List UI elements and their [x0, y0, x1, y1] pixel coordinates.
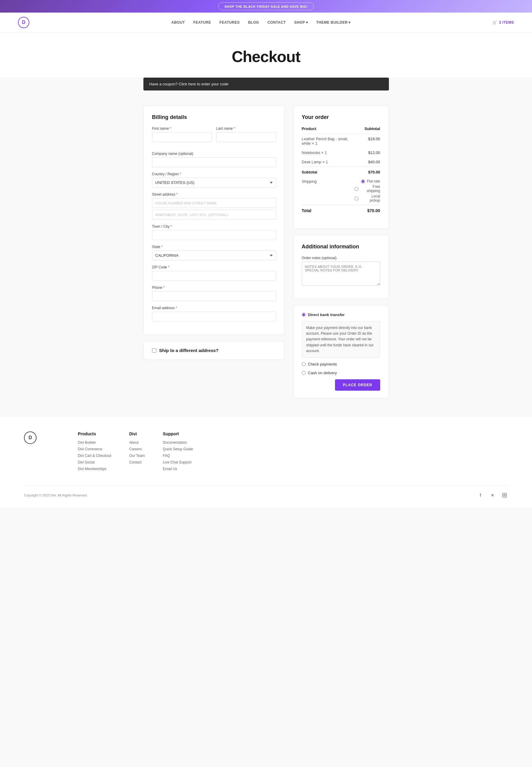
svg-point-2: [505, 494, 506, 494]
left-column: Billing details First name * Last name *: [143, 105, 285, 360]
billing-card: Billing details First name * Last name *: [143, 105, 285, 335]
ship-to-card: Ship to a different address?: [143, 341, 285, 360]
payment-check[interactable]: Check payments: [302, 362, 380, 366]
cart-button[interactable]: 🛒 3 ITEMS: [492, 20, 514, 25]
footer-link-livechat[interactable]: Live Chat Support: [163, 460, 193, 464]
cart-label: 3 ITEMS: [499, 20, 514, 25]
payment-cash-radio[interactable]: [302, 371, 306, 375]
footer-link-divi-commerce[interactable]: Divi Commerce: [78, 447, 111, 451]
first-name-input[interactable]: [152, 132, 212, 142]
footer-link-divi-memberships[interactable]: Divi Memberships: [78, 467, 111, 471]
footer-bottom: Copyright © 2023 Divi. All Rights Reserv…: [24, 485, 508, 499]
svg-rect-0: [502, 493, 506, 497]
footer-link-divi-social[interactable]: Divi Social: [78, 460, 111, 464]
footer-link-setup[interactable]: Quick Setup Guide: [163, 447, 193, 451]
payment-bank-transfer[interactable]: Direct bank transfer: [302, 313, 380, 317]
nav-shop[interactable]: SHOP ▾: [294, 20, 308, 25]
street-input[interactable]: [152, 198, 276, 208]
street-group: Street address *: [152, 193, 276, 220]
footer-link-our-team[interactable]: Our Team: [129, 454, 145, 458]
shipping-local[interactable]: Local pickup: [354, 194, 380, 203]
payment-cash[interactable]: Cash on delivery: [302, 371, 380, 375]
theme-builder-chevron-icon: ▾: [348, 20, 351, 25]
footer-logo[interactable]: D: [24, 431, 37, 444]
phone-group: Phone *: [152, 286, 276, 301]
banner-inner[interactable]: SHOP THE BLACK FRIDAY SALE AND SAVE BIG!: [218, 2, 314, 10]
place-order-area: PLACE ORDER: [302, 379, 380, 391]
footer-link-about[interactable]: About: [129, 440, 145, 445]
first-name-label: First name *: [152, 126, 212, 131]
additional-info-title: Additional information: [302, 244, 380, 250]
coupon-banner[interactable]: Have a coupon? Click here to enter your …: [143, 78, 389, 90]
notes-label: Order notes (optional): [302, 256, 380, 260]
site-logo[interactable]: D: [18, 17, 29, 28]
last-name-label: Last name *: [216, 126, 276, 131]
footer-logo-col: D: [24, 431, 60, 473]
company-input[interactable]: [152, 157, 276, 167]
subtotal-row: Subtotal $70.00: [302, 167, 380, 177]
zip-label: ZIP Code *: [152, 265, 276, 269]
state-select[interactable]: CALIFORNIA: [152, 251, 276, 260]
shipping-free[interactable]: Free shipping: [354, 184, 380, 193]
street-label: Street address *: [152, 193, 276, 197]
nav-theme-builder[interactable]: THEME BUILDER ▾: [316, 20, 351, 25]
last-name-required: *: [234, 126, 235, 131]
main-nav: ABOUT FEATURE FEATURES BLOG CONTACT SHOP…: [171, 20, 350, 25]
country-select[interactable]: UNITED STATES (US): [152, 178, 276, 187]
page-title-area: Checkout: [0, 33, 532, 78]
nav-blog[interactable]: BLOG: [248, 20, 259, 25]
order-table: Product Subtotal Leather Pencil Bag - sm…: [302, 126, 380, 216]
country-group: Country / Region * UNITED STATES (US): [152, 172, 276, 187]
order-item-3: Desk Lamp × 1 $40.00: [302, 157, 380, 167]
first-name-required: *: [170, 126, 172, 131]
apt-input[interactable]: [152, 210, 276, 220]
svg-point-1: [504, 494, 505, 496]
footer-link-email[interactable]: Email Us: [163, 467, 193, 471]
billing-title: Billing details: [152, 114, 276, 120]
city-label: Town / City *: [152, 225, 276, 229]
footer-products-title: Products: [78, 431, 111, 436]
zip-group: ZIP Code *: [152, 265, 276, 281]
city-input[interactable]: [152, 230, 276, 240]
header: D ABOUT FEATURE FEATURES BLOG CONTACT SH…: [0, 13, 532, 33]
facebook-icon[interactable]: f: [477, 492, 484, 499]
last-name-input[interactable]: [216, 132, 276, 142]
zip-input[interactable]: [152, 271, 276, 281]
footer-link-divi-builder[interactable]: Divi Builder: [78, 440, 111, 445]
footer-link-docs[interactable]: Documentation: [163, 440, 193, 445]
ship-to-checkbox[interactable]: [152, 348, 156, 353]
phone-input[interactable]: [152, 291, 276, 301]
email-label: Email address *: [152, 306, 276, 310]
footer-link-contact[interactable]: Contact: [129, 460, 145, 464]
col-product: Product: [302, 126, 355, 134]
payment-bank-radio[interactable]: [302, 313, 306, 317]
col-subtotal: Subtotal: [354, 126, 380, 134]
twitter-x-icon[interactable]: ✕: [489, 492, 496, 499]
notes-textarea[interactable]: [302, 262, 380, 286]
state-group: State * CALIFORNIA: [152, 245, 276, 260]
nav-features[interactable]: FEATURES: [219, 20, 240, 25]
order-item-2: Notebooks × 1 $12.00: [302, 148, 380, 157]
nav-about[interactable]: ABOUT: [171, 20, 185, 25]
email-group: Email address *: [152, 306, 276, 322]
nav-contact[interactable]: CONTACT: [267, 20, 286, 25]
phone-label: Phone *: [152, 286, 276, 290]
name-row: First name * Last name *: [152, 126, 276, 147]
page-title: Checkout: [6, 48, 526, 66]
place-order-button[interactable]: PLACE ORDER: [335, 379, 380, 391]
footer-link-divi-cart[interactable]: Divi Cart & Checkout: [78, 454, 111, 458]
footer-link-faq[interactable]: FAQ: [163, 454, 193, 458]
ship-to-label[interactable]: Ship to a different address?: [152, 348, 276, 353]
right-column: Your order Product Subtotal Leather Penc…: [293, 105, 389, 398]
top-banner: SHOP THE BLACK FRIDAY SALE AND SAVE BIG!: [0, 0, 532, 13]
nav-feature[interactable]: FEATURE: [193, 20, 211, 25]
email-input[interactable]: [152, 312, 276, 322]
shipping-flat-rate[interactable]: Flat rate: [361, 179, 380, 183]
your-order-title: Your order: [302, 114, 380, 120]
instagram-icon[interactable]: [501, 492, 508, 499]
footer-link-careers[interactable]: Careers: [129, 447, 145, 451]
shipping-options: Flat rate Free shipping Local pickup: [354, 179, 380, 203]
payment-card: Direct bank transfer Make your payment d…: [293, 305, 389, 398]
notes-group: Order notes (optional): [302, 256, 380, 286]
payment-check-radio[interactable]: [302, 362, 306, 366]
